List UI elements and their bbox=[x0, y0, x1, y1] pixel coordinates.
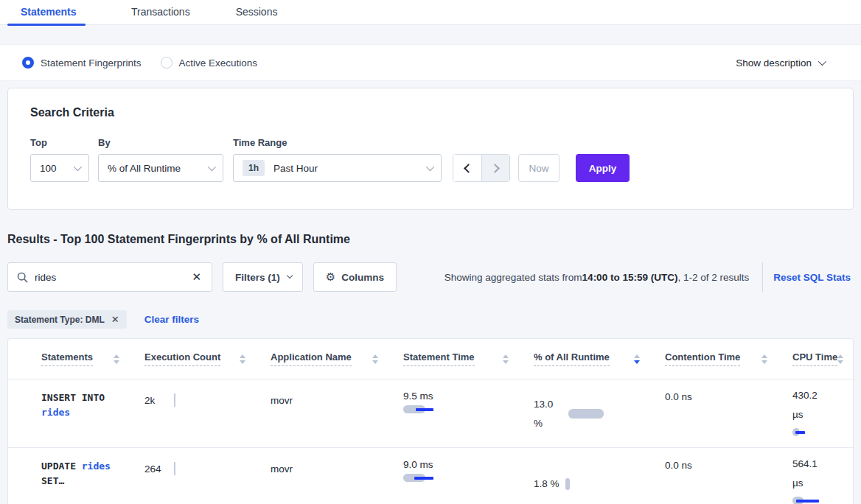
column-header-execution-count: Execution Count bbox=[144, 351, 271, 366]
time-range-field: Time Range 1h Past Hour bbox=[233, 137, 442, 182]
statement-search-box[interactable]: ✕ bbox=[7, 262, 212, 292]
sql-keyword: UPDATE bbox=[41, 461, 82, 472]
by-select-value: % of All Runtime bbox=[108, 163, 181, 174]
search-input[interactable] bbox=[35, 272, 190, 283]
runtime-pct-bar bbox=[568, 409, 604, 419]
radio-unchecked-icon bbox=[161, 57, 172, 69]
search-criteria-card: Search Criteria Top 100 By % of All Runt… bbox=[7, 88, 854, 210]
column-header-cpu-time: CPU Time bbox=[792, 351, 861, 366]
execution-count-cell: 264 bbox=[144, 459, 271, 504]
chevron-down-icon bbox=[818, 57, 826, 66]
column-header-statement-time: Statement Time bbox=[403, 351, 534, 366]
contention-time-cell: 0.0 ns bbox=[665, 459, 792, 504]
time-range-select[interactable]: 1h Past Hour bbox=[233, 154, 442, 182]
time-range-nav bbox=[453, 154, 510, 182]
column-header-label[interactable]: % of All Runtime bbox=[534, 351, 610, 366]
column-header-label[interactable]: Application Name bbox=[271, 351, 352, 366]
clear-filters-link[interactable]: Clear filters bbox=[144, 314, 199, 325]
sort-control[interactable] bbox=[372, 354, 378, 364]
chevron-down-icon bbox=[287, 273, 293, 279]
application-name-cell: movr bbox=[271, 391, 403, 437]
by-field: By % of All Runtime bbox=[98, 137, 233, 182]
sort-control[interactable] bbox=[761, 354, 767, 364]
table-header-row: Statements Execution Count Application N… bbox=[8, 339, 853, 379]
reset-sql-stats-link[interactable]: Reset SQL Stats bbox=[773, 272, 854, 283]
cpu-time-cell: 564.1 µs bbox=[792, 459, 853, 504]
radio-statement-fingerprints[interactable]: Statement Fingerprints bbox=[22, 57, 142, 69]
summary-prefix: Showing aggregated stats from bbox=[445, 272, 582, 283]
column-header-label[interactable]: Statement Time bbox=[403, 351, 475, 366]
column-header-runtime-pct: % of All Runtime bbox=[534, 351, 665, 366]
clear-search-icon[interactable]: ✕ bbox=[190, 270, 203, 284]
cpu-time-bar bbox=[792, 428, 853, 437]
radio-active-executions[interactable]: Active Executions bbox=[161, 57, 258, 69]
chevron-left-icon bbox=[464, 164, 473, 173]
radio-checked-icon bbox=[22, 57, 34, 69]
chevron-right-icon bbox=[490, 164, 500, 173]
statement-link[interactable]: rides bbox=[82, 461, 111, 472]
search-criteria-title: Search Criteria bbox=[30, 106, 831, 119]
filters-button-label: Filters (1) bbox=[235, 272, 280, 283]
statement-link[interactable]: rides bbox=[41, 407, 70, 418]
tab-statements[interactable]: Statements bbox=[7, 0, 88, 24]
active-filters-row: Statement Type: DML ✕ Clear filters bbox=[7, 310, 854, 329]
top-field: Top 100 bbox=[30, 137, 98, 182]
sort-control[interactable] bbox=[114, 354, 119, 364]
column-header-application-name: Application Name bbox=[271, 351, 403, 366]
column-header-label[interactable]: Statements bbox=[41, 351, 93, 366]
columns-button-label: Columns bbox=[341, 272, 384, 283]
chevron-down-icon bbox=[208, 163, 216, 171]
runtime-pct-cell: 1.8 % bbox=[534, 459, 665, 504]
show-description-label: Show description bbox=[736, 57, 812, 69]
statement-time-bar bbox=[403, 405, 534, 414]
execution-count-bar bbox=[174, 393, 175, 407]
radio-label: Active Executions bbox=[179, 57, 258, 69]
apply-button[interactable]: Apply bbox=[576, 154, 630, 182]
results-heading: Results - Top 100 Statement Fingerprints… bbox=[7, 233, 854, 246]
sort-control[interactable] bbox=[503, 354, 509, 364]
results-controls-row: ✕ Filters (1) ⚙ Columns Showing aggregat… bbox=[7, 262, 854, 292]
table-row: UPDATE rides SET… 264 movr 9.0 ms 1.8 % … bbox=[8, 448, 853, 504]
now-button[interactable]: Now bbox=[518, 154, 560, 182]
tab-transactions[interactable]: Transactions bbox=[118, 0, 201, 24]
gear-icon: ⚙ bbox=[326, 270, 335, 284]
radio-label: Statement Fingerprints bbox=[41, 57, 142, 69]
statement-fingerprint-cell: UPDATE rides SET… bbox=[41, 459, 134, 504]
column-header-label[interactable]: Execution Count bbox=[144, 351, 220, 366]
filter-pill-statement-type[interactable]: Statement Type: DML ✕ bbox=[7, 310, 127, 329]
time-range-label: Time Range bbox=[233, 137, 442, 148]
time-range-prev-button[interactable] bbox=[453, 155, 481, 181]
execution-count-cell: 2k bbox=[144, 391, 271, 437]
time-range-value: Past Hour bbox=[273, 163, 318, 174]
by-label: By bbox=[98, 137, 233, 148]
time-range-badge: 1h bbox=[243, 160, 265, 176]
application-name-cell: movr bbox=[271, 459, 403, 504]
top-label: Top bbox=[30, 137, 98, 148]
by-select[interactable]: % of All Runtime bbox=[98, 154, 223, 182]
statement-time-bar bbox=[403, 474, 534, 483]
show-description-toggle[interactable]: Show description bbox=[736, 57, 839, 69]
column-header-label[interactable]: Contention Time bbox=[665, 351, 740, 366]
sort-control[interactable] bbox=[837, 354, 843, 364]
cpu-time-bar bbox=[792, 497, 853, 504]
cpu-time-value: 430.2 µs bbox=[792, 386, 829, 424]
tab-sessions[interactable]: Sessions bbox=[223, 0, 304, 24]
columns-button[interactable]: ⚙ Columns bbox=[313, 262, 397, 292]
execution-count-bar bbox=[174, 462, 175, 475]
filter-pill-label: Statement Type: DML bbox=[15, 315, 105, 325]
column-header-label[interactable]: CPU Time bbox=[792, 351, 837, 366]
sort-control-active-desc[interactable] bbox=[634, 354, 640, 364]
execution-count-value: 2k bbox=[144, 395, 174, 406]
cpu-time-value: 564.1 µs bbox=[792, 455, 829, 493]
stats-summary: Showing aggregated stats from 14:00 to 1… bbox=[445, 272, 749, 283]
statements-table: Statements Execution Count Application N… bbox=[7, 338, 854, 504]
divider bbox=[762, 262, 763, 292]
time-range-next-button[interactable] bbox=[481, 155, 509, 181]
view-toggle-bar: Statement Fingerprints Active Executions… bbox=[0, 44, 861, 81]
column-header-statements: Statements bbox=[41, 351, 144, 366]
sort-control[interactable] bbox=[240, 354, 245, 364]
remove-filter-icon[interactable]: ✕ bbox=[111, 314, 119, 325]
statement-fingerprint-cell: INSERT INTO rides bbox=[41, 391, 134, 437]
filters-button[interactable]: Filters (1) bbox=[223, 262, 303, 292]
top-select[interactable]: 100 bbox=[30, 154, 89, 182]
